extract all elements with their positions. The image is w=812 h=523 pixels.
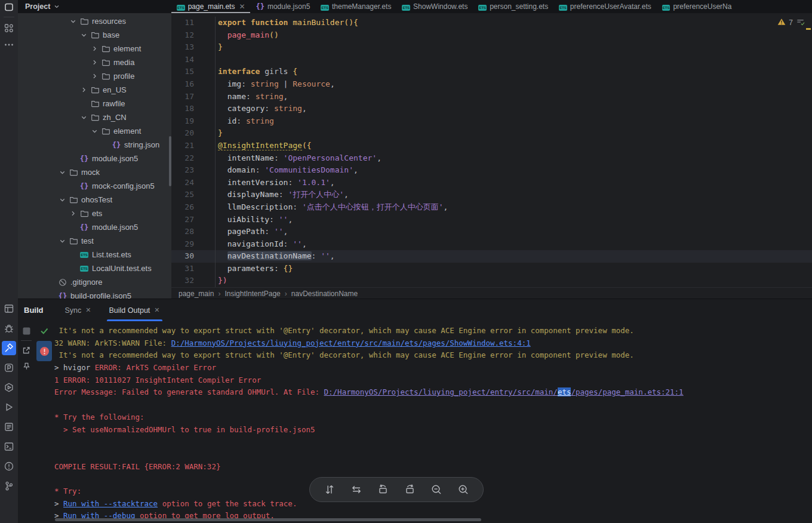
console-line: 1 ERROR: 10111027 InsightIntent Compiler… [54, 374, 812, 387]
tree-item-modulejson5[interactable]: {}module.json5 [18, 220, 171, 234]
build-icon[interactable] [2, 341, 16, 355]
tree-item-gitignore[interactable]: .gitignore [18, 275, 171, 289]
debug-icon[interactable] [2, 321, 16, 336]
build-tab-sync[interactable]: Sync✕ [60, 299, 96, 321]
editor-tab-module.json5[interactable]: {}module.json5 [250, 0, 315, 13]
inspections-widget[interactable]: 7 [777, 17, 805, 28]
zoom-in-icon[interactable] [457, 483, 470, 496]
code-line: 25 displayName: '打开个人中心', [171, 189, 812, 201]
structure-icon[interactable] [0, 20, 18, 36]
chevron-down-icon[interactable] [53, 3, 60, 10]
open-external-icon[interactable] [19, 343, 33, 358]
console-text: option to get the stack trace. [158, 499, 297, 508]
console-line: 32 WARN: ArkTS:WARN File: D:/HarmonyOS/P… [54, 337, 812, 350]
chevron-down-icon[interactable] [67, 17, 78, 25]
tree-item-element[interactable]: element [18, 42, 171, 56]
editor-tab-themeManager.ets[interactable]: ETSthemeManager.ets [315, 0, 396, 13]
run-icon[interactable] [2, 400, 16, 414]
code-editor[interactable]: 11export function mainBuilder(){12 page_… [171, 13, 812, 291]
previewer-icon[interactable] [2, 380, 16, 395]
chevron-down-icon[interactable] [78, 31, 89, 39]
chevron-right-icon[interactable] [78, 86, 89, 94]
close-icon[interactable]: ✕ [239, 2, 245, 11]
vcs-icon[interactable] [2, 479, 16, 493]
success-check-icon[interactable] [39, 323, 49, 339]
breadcrumb-item[interactable]: navDestinationName [291, 290, 358, 298]
tree-item-ets[interactable]: ets [18, 207, 171, 220]
tree-item-base[interactable]: base [18, 28, 171, 42]
build-tab-build-output[interactable]: Build Output✕ [104, 299, 165, 321]
swap-horizontal-icon[interactable] [350, 483, 363, 496]
close-icon[interactable]: ✕ [85, 306, 91, 314]
code-line: 18 category: string, [171, 103, 812, 115]
rotate-left-icon[interactable] [377, 483, 390, 496]
window-icon[interactable] [0, 0, 18, 14]
tree-item-resources[interactable]: resources [18, 14, 171, 28]
stop-button[interactable] [19, 323, 33, 339]
ets-file-icon: ETS [478, 2, 487, 11]
chevron-right-icon[interactable] [67, 210, 78, 217]
rotate-right-icon[interactable] [403, 483, 416, 496]
tree-item-stringjson[interactable]: {}string.json [18, 138, 171, 152]
chevron-down-icon[interactable] [57, 196, 67, 204]
profiler-icon[interactable] [2, 361, 16, 375]
console-link[interactable]: Run with --stacktrace [63, 499, 158, 508]
project-panel-header[interactable]: Project [18, 0, 171, 13]
editor-tab-page_main.ets[interactable]: ETSpage_main.ets✕ [171, 0, 250, 13]
tree-item-element[interactable]: element [18, 124, 171, 138]
code-text: name: string, [216, 91, 288, 103]
console-link[interactable]: /pages/page_main.ets:21:1 [571, 387, 683, 396]
chevron-right-icon[interactable] [89, 72, 100, 80]
close-icon[interactable]: ✕ [154, 306, 159, 314]
tree-item-profile[interactable]: profile [18, 69, 171, 83]
tool-window-icon[interactable] [2, 302, 16, 316]
console-line: COMPILE RESULT:FAIL {ERROR:2 WARN:32} [54, 461, 812, 473]
breadcrumb-item[interactable]: InsightIntentPage [224, 290, 280, 298]
editor-tab-person_setting.ets[interactable]: ETSperson_setting.ets [473, 0, 553, 13]
folder-file-icon [100, 44, 112, 53]
tree-item-modulejson5[interactable]: {}module.json5 [18, 152, 171, 165]
more-icon[interactable] [0, 36, 18, 53]
console-link[interactable]: ets [558, 387, 571, 396]
chevron-down-icon[interactable] [57, 237, 67, 245]
chevron-down-icon[interactable] [57, 168, 67, 176]
tree-item-mock[interactable]: mock [18, 165, 171, 179]
tree-item-ohosTest[interactable]: ohosTest [18, 193, 171, 207]
editor-tab-preferenceUserAvatar.ets[interactable]: ETSpreferenceUserAvatar.ets [553, 0, 657, 13]
code-line: 20} [171, 127, 812, 140]
error-badge[interactable] [36, 341, 52, 361]
tab-label: person_setting.ets [490, 2, 548, 11]
problems-icon[interactable] [2, 459, 16, 473]
editor-tab-ShowWindow.ets[interactable]: ETSShowWindow.ets [396, 0, 473, 13]
tree-item-media[interactable]: media [18, 56, 171, 69]
horizontal-scrollbar[interactable] [55, 518, 481, 521]
chevron-down-icon[interactable] [78, 113, 89, 121]
editor-tab-preferenceUserNa[interactable]: ETSpreferenceUserNa [657, 0, 737, 13]
zoom-out-icon[interactable] [430, 483, 443, 496]
chevron-down-icon[interactable] [89, 127, 100, 135]
console-link[interactable]: D:/HarmonyOS/Projects/liuying_poject/ent… [324, 387, 558, 396]
code-text: intentVersion: '1.0.1', [216, 177, 335, 189]
ets-file-icon: ETS [662, 2, 670, 11]
line-number: 32 [171, 275, 216, 287]
tree-item-label: ets [92, 209, 102, 218]
swap-vertical-icon[interactable] [323, 483, 336, 496]
tree-item-LocalUnittestets[interactable]: ETSLocalUnit.test.ets [18, 262, 171, 275]
console-line [54, 448, 812, 461]
tree-item-rawfile[interactable]: rawfile [18, 97, 171, 110]
todo-icon[interactable] [2, 420, 16, 434]
tree-item-en_US[interactable]: en_US [18, 83, 171, 97]
tree-item-Listtestets[interactable]: ETSList.test.ets [18, 248, 171, 262]
tree-item-mock-configjson5[interactable]: {}mock-config.json5 [18, 179, 171, 193]
console-link[interactable]: D:/HarmonyOS/Projects/liuying_poject/ent… [171, 339, 531, 347]
tree-item-test[interactable]: test [18, 234, 171, 248]
pin-icon[interactable] [19, 358, 33, 374]
tree-item-build-profilejson5[interactable]: {}build-profile.json5 [18, 289, 171, 299]
terminal-icon[interactable] [2, 439, 16, 454]
inspections-ok-icon[interactable] [796, 17, 805, 28]
tree-item-zh_CN[interactable]: zh_CN [18, 110, 171, 124]
chevron-right-icon[interactable] [89, 45, 100, 53]
chevron-right-icon[interactable] [89, 59, 100, 66]
line-number: 19 [171, 115, 216, 128]
breadcrumb-item[interactable]: page_main [179, 290, 214, 298]
